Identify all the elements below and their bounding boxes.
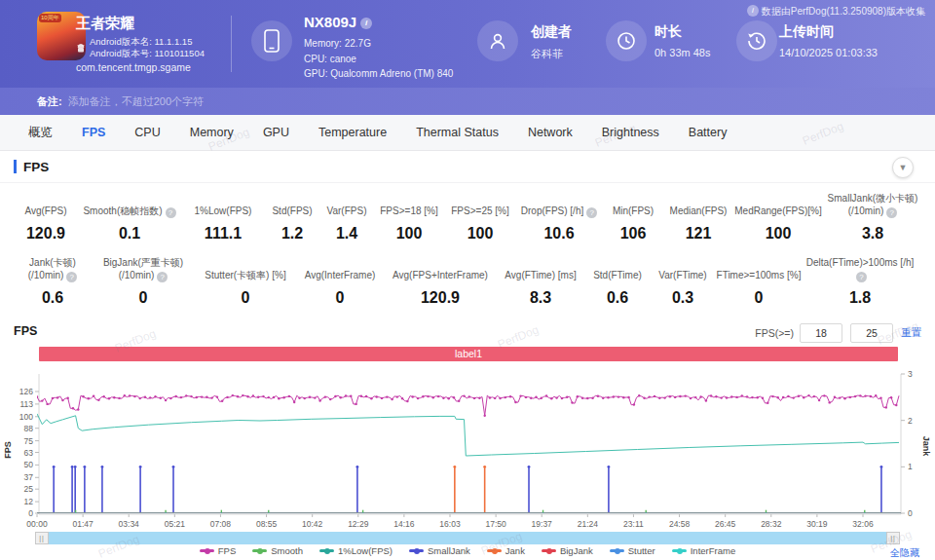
metric-value: 0 xyxy=(336,289,345,307)
metric-medrange: MedRange(FPS)[%]100 xyxy=(732,193,824,243)
tab-network[interactable]: Network xyxy=(513,115,587,150)
device-specs: Memory: 22.7G CPU: canoe GPU: Qualcomm A… xyxy=(304,36,453,82)
game-title: 王者荣耀 xyxy=(76,15,134,33)
header-divider xyxy=(231,16,232,72)
metric-label: Var(FTime) xyxy=(658,270,706,282)
metric-label: Std(FTime) xyxy=(593,270,642,282)
hide-all-link[interactable]: 全隐藏 xyxy=(890,546,919,560)
legend-item-1lowfps[interactable]: 1%Low(FPS) xyxy=(319,545,393,556)
metric-value: 100 xyxy=(396,225,423,243)
scrollbar-right-handle[interactable]: || xyxy=(886,532,900,544)
info-icon: i xyxy=(747,5,759,17)
legend-swatch xyxy=(610,549,624,552)
svg-text:07:08: 07:08 xyxy=(210,519,232,529)
android-version-code: Android版本号: 1101011504 xyxy=(90,48,205,59)
metric-ftime>=100ms [%]: FTime>=100ms [%]0 xyxy=(715,257,803,307)
svg-text:2: 2 xyxy=(908,416,913,426)
svg-text:17:50: 17:50 xyxy=(485,519,506,529)
legend-swatch xyxy=(672,549,687,552)
metric-value: 111.1 xyxy=(205,225,242,243)
metric-value: 1.4 xyxy=(336,225,357,243)
note-input[interactable] xyxy=(68,95,458,107)
legend-item-jank[interactable]: Jank xyxy=(487,545,525,556)
tab-概览[interactable]: 概览 xyxy=(14,115,67,150)
legend-swatch xyxy=(542,549,556,552)
creator-icon xyxy=(477,20,518,61)
help-icon[interactable]: ? xyxy=(166,207,176,218)
metric-value: 120.9 xyxy=(26,225,65,243)
svg-text:10:42: 10:42 xyxy=(302,519,323,529)
metric-std: Std(FPS)1.2 xyxy=(265,193,319,243)
duration-label: 时长 xyxy=(654,23,682,41)
tab-memory[interactable]: Memory xyxy=(175,115,248,150)
legend-label: Stutter xyxy=(628,545,655,556)
section-accent-bar xyxy=(14,160,17,173)
creator-label: 创建者 xyxy=(531,23,572,41)
android-icon xyxy=(76,40,86,57)
reset-button[interactable]: 重置 xyxy=(901,326,921,340)
fps-chart[interactable]: 0122537506375881001131260123FPSJank00:00… xyxy=(0,368,935,532)
metrics-row-1: Avg(FPS)120.9Smooth(稳帧指数)?0.11%Low(FPS)1… xyxy=(14,193,921,243)
metric-1%low: 1%Low(FPS)111.1 xyxy=(181,193,265,243)
help-icon[interactable]: ? xyxy=(586,207,597,218)
tab-battery[interactable]: Battery xyxy=(674,115,742,150)
note-label: 备注: xyxy=(37,94,62,109)
svg-text:50: 50 xyxy=(24,460,34,469)
legend-item-interframe[interactable]: InterFrame xyxy=(672,545,735,556)
tab-cpu[interactable]: CPU xyxy=(120,115,174,150)
tab-temperature[interactable]: Temperature xyxy=(304,115,401,150)
device-name: NX809Ji xyxy=(304,14,372,30)
chart-legend: FPSSmooth1%Low(FPS)SmallJankJankBigJankS… xyxy=(0,545,935,556)
svg-text:01:47: 01:47 xyxy=(72,519,94,529)
package-name: com.tencent.tmgp.sgame xyxy=(76,61,191,73)
legend-item-smalljank[interactable]: SmallJank xyxy=(409,545,470,556)
help-icon[interactable]: ? xyxy=(157,272,168,282)
tab-brightness[interactable]: Brightness xyxy=(587,115,674,150)
duration-value: 0h 33m 48s xyxy=(654,47,710,58)
svg-text:37: 37 xyxy=(24,472,34,482)
legend-item-bigjank[interactable]: BigJank xyxy=(542,545,593,556)
svg-text:30:19: 30:19 xyxy=(806,519,828,529)
metric-label: FPS>=25 [%] xyxy=(451,205,508,218)
legend-item-stutter[interactable]: Stutter xyxy=(610,545,655,556)
help-icon[interactable]: ? xyxy=(66,272,77,282)
device-info-icon[interactable]: i xyxy=(360,18,372,29)
legend-item-smooth[interactable]: Smooth xyxy=(252,545,303,556)
metric-drop: Drop(FPS) [/h]?10.6 xyxy=(516,193,602,243)
help-icon[interactable]: ? xyxy=(886,207,897,218)
metric-delta: Delta(FTime)>100ms [/h]?1.8 xyxy=(803,257,917,307)
legend-label: BigJank xyxy=(560,545,593,556)
svg-text:100: 100 xyxy=(19,412,33,422)
svg-text:23:11: 23:11 xyxy=(623,519,644,529)
svg-text:3: 3 xyxy=(908,369,913,379)
android-version-name: Android版本名: 11.1.1.15 xyxy=(90,36,205,48)
metric-label: FPS>=18 [%] xyxy=(380,205,437,218)
legend-item-fps[interactable]: FPS xyxy=(200,545,236,556)
svg-text:03:34: 03:34 xyxy=(119,519,140,529)
metric-value: 0.6 xyxy=(42,289,63,307)
metric-label: Median(FPS) xyxy=(670,205,728,218)
metric-label: MedRange(FPS)[%] xyxy=(734,205,821,218)
fps-threshold-input-1[interactable] xyxy=(800,323,842,343)
metric-value: 100 xyxy=(468,225,494,243)
fps-threshold-controls: FPS(>=) 重置 xyxy=(755,323,921,343)
range-label-bar[interactable]: label1 xyxy=(39,347,898,361)
collapse-button[interactable]: ▼ xyxy=(892,157,914,178)
svg-text:88: 88 xyxy=(24,424,34,433)
svg-text:0: 0 xyxy=(908,508,913,518)
tab-thermal-status[interactable]: Thermal Status xyxy=(401,115,513,150)
scrollbar-track[interactable] xyxy=(49,532,886,544)
header: i 数据由PerfDog(11.3.250908)版本收集 10周年 王者荣耀 … xyxy=(0,0,935,88)
metric-value: 0 xyxy=(242,289,250,307)
help-icon[interactable]: ? xyxy=(856,272,867,282)
svg-text:Jank: Jank xyxy=(921,436,931,458)
scrollbar-left-handle[interactable]: || xyxy=(35,532,49,544)
svg-text:14:16: 14:16 xyxy=(393,519,415,529)
metric-avg: Avg(FTime) [ms]8.3 xyxy=(497,257,584,307)
fps-threshold-input-2[interactable] xyxy=(850,323,893,343)
metric-stutter: Stutter(卡顿率) [%]0 xyxy=(195,257,296,307)
tab-gpu[interactable]: GPU xyxy=(248,115,304,150)
metric-label: Min(FPS) xyxy=(613,205,654,218)
metric-var: Var(FPS)1.4 xyxy=(319,193,374,243)
tab-fps[interactable]: FPS xyxy=(67,115,120,150)
